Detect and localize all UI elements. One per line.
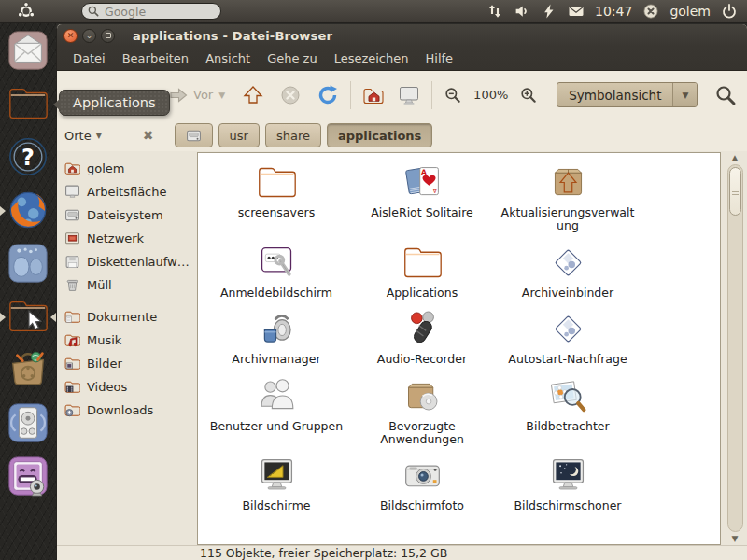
- menu-datei[interactable]: Datei: [64, 48, 114, 69]
- file-icon-autostart-nachfrage[interactable]: Autostart-Nachfrage: [497, 308, 639, 366]
- menu-bearbeiten[interactable]: Bearbeiten: [114, 48, 197, 69]
- forward-arrow-icon: [167, 84, 190, 106]
- breadcrumb-root-drive[interactable]: [175, 123, 213, 147]
- power-bolt-icon[interactable]: [541, 3, 557, 20]
- sidebar-item-label: Videos: [87, 380, 127, 394]
- close-button[interactable]: ✕: [63, 29, 78, 43]
- menu-ansicht[interactable]: Ansicht: [197, 48, 259, 69]
- file-icon-aktualisierungsverwaltung[interactable]: Aktualisierungsverwaltung: [497, 161, 639, 233]
- sidebar-item-netzwerk[interactable]: Netzwerk: [57, 227, 197, 250]
- mail-indicator-icon[interactable]: [568, 3, 585, 20]
- sidebar-close-icon[interactable]: ✖: [143, 128, 154, 143]
- forward-button[interactable]: Vor ▼: [163, 80, 229, 110]
- file-icon-benutzer-und-gruppen[interactable]: Benutzer und Gruppen: [205, 375, 347, 447]
- file-icon-anmeldebildschirm[interactable]: Anmeldebildschirm: [205, 242, 347, 300]
- dock-firefox-icon[interactable]: [7, 189, 49, 231]
- scrollbar-track[interactable]: [727, 164, 743, 532]
- dock-sound-icon[interactable]: [7, 401, 49, 444]
- scrollbar-thumb[interactable]: [729, 167, 741, 216]
- forward-caret-icon[interactable]: ▼: [218, 91, 225, 100]
- icon-view[interactable]: screensavers AisleRiot Solitaire Aktuali…: [197, 152, 721, 545]
- sidebar-item-muell[interactable]: Müll: [57, 273, 197, 297]
- sidebar-header[interactable]: Orte ▼: [64, 129, 102, 143]
- menu-gehe-zu[interactable]: Gehe zu: [259, 48, 326, 69]
- up-button[interactable]: [238, 80, 268, 110]
- network-updown-icon[interactable]: [486, 3, 503, 20]
- minimize-button[interactable]: ⌄: [82, 29, 96, 43]
- reload-button[interactable]: [313, 80, 343, 110]
- chevron-down-icon[interactable]: ▼: [672, 83, 697, 106]
- dock-mail-icon[interactable]: [7, 29, 49, 72]
- sidebar-item-label: Dateisystem: [87, 208, 163, 222]
- dock-messenger-icon[interactable]: [7, 242, 49, 285]
- username[interactable]: golem: [669, 4, 711, 19]
- zoom-level: 100%: [473, 88, 508, 102]
- file-icon-screensavers[interactable]: screensavers: [205, 161, 347, 233]
- sidebar-item-dateisystem[interactable]: Dateisystem: [57, 203, 197, 227]
- up-arrow-icon: [242, 84, 264, 106]
- sidebar-item-musik[interactable]: Musik: [57, 329, 197, 352]
- breadcrumb-share[interactable]: share: [265, 123, 321, 147]
- view-mode-select[interactable]: Symbolansicht ▼: [557, 82, 698, 107]
- maximize-button[interactable]: [101, 29, 115, 43]
- file-icon-bildschirme[interactable]: Bildschirme: [205, 455, 347, 512]
- breadcrumb-usr[interactable]: usr: [218, 123, 260, 147]
- menu-hilfe[interactable]: Hilfe: [417, 48, 462, 69]
- search-button[interactable]: [711, 80, 740, 110]
- zoom-out-button[interactable]: [440, 82, 466, 108]
- dock-webcam-icon[interactable]: [7, 455, 49, 497]
- ubuntu-logo-icon[interactable]: [16, 1, 36, 21]
- active-indicator-arrow-left: [0, 313, 6, 322]
- search-icon: [87, 5, 100, 18]
- file-icon-bildbetrachter[interactable]: Bildbetrachter: [497, 375, 639, 447]
- file-icon-bevorzugte-anwendungen[interactable]: Bevorzugte Anwendungen: [351, 375, 493, 447]
- dock-help-icon[interactable]: [7, 135, 49, 178]
- dock-file-manager-active-icon[interactable]: [7, 295, 49, 338]
- sidebar-item-golem[interactable]: golem: [57, 157, 197, 180]
- stop-button[interactable]: [275, 80, 305, 110]
- trash-icon: [64, 277, 80, 293]
- downloads-folder-icon: [64, 402, 80, 418]
- sidebar-item-arbeitsflaeche[interactable]: Arbeitsfläche: [57, 180, 197, 203]
- vertical-scrollbar[interactable]: ▲ ▼: [723, 151, 747, 545]
- computer-icon: [398, 84, 420, 106]
- power-icon[interactable]: [721, 3, 738, 20]
- sidebar-item-diskettenlaufwerk[interactable]: Diskettenlaufw…: [57, 250, 197, 273]
- dock-file-manager-icon[interactable]: [7, 82, 49, 125]
- volume-icon[interactable]: [514, 3, 530, 20]
- sidebar-item-label: Musik: [87, 333, 121, 347]
- file-icon-bildschirmschoner[interactable]: Bildschirmschoner: [497, 455, 639, 512]
- file-icon-audio-recorder[interactable]: Audio-Recorder: [351, 308, 493, 366]
- computer-button[interactable]: [394, 80, 424, 110]
- search-input[interactable]: [81, 3, 221, 20]
- file-icon-aisleriot[interactable]: AisleRiot Solitaire: [351, 161, 493, 233]
- breadcrumb-applications[interactable]: applications: [327, 123, 432, 147]
- sidebar-item-videos[interactable]: Videos: [57, 375, 197, 399]
- reload-icon: [317, 84, 339, 106]
- drive-icon: [186, 128, 202, 144]
- documents-folder-icon: [64, 309, 80, 325]
- desktop-icon: [64, 184, 80, 200]
- home-button[interactable]: [359, 80, 388, 110]
- sidebar-item-downloads[interactable]: Downloads: [57, 399, 197, 422]
- clock[interactable]: 10:47: [595, 4, 632, 19]
- box-cd-icon: [402, 375, 444, 417]
- file-icon-archiveinbinder[interactable]: Archiveinbinder: [497, 242, 639, 300]
- file-icon-applications[interactable]: Applications: [351, 242, 493, 300]
- dock-software-center-icon[interactable]: [7, 348, 49, 391]
- file-icon-archivmanager[interactable]: Archivmanager: [205, 308, 347, 366]
- folder-icon: [256, 161, 298, 203]
- microphone-icon: [402, 308, 444, 350]
- sidebar-item-bilder[interactable]: Bilder: [57, 352, 197, 375]
- titlebar[interactable]: ✕ ⌄ applications - Datei-Browser: [57, 24, 747, 47]
- user-status-icon[interactable]: [642, 3, 659, 20]
- file-icon-bildschirmfoto[interactable]: Bildschirmfoto: [351, 455, 493, 512]
- scroll-up-icon[interactable]: ▲: [732, 153, 739, 162]
- zoom-in-button[interactable]: [515, 82, 542, 108]
- sidebar-item-label: Diskettenlaufw…: [87, 255, 190, 269]
- sidebar-item-dokumente[interactable]: Dokumente: [57, 305, 197, 329]
- search-icon: [714, 84, 737, 106]
- scroll-down-icon[interactable]: ▼: [732, 534, 739, 543]
- menu-lesezeichen[interactable]: Lesezeichen: [326, 48, 417, 69]
- panel-search[interactable]: [81, 3, 221, 20]
